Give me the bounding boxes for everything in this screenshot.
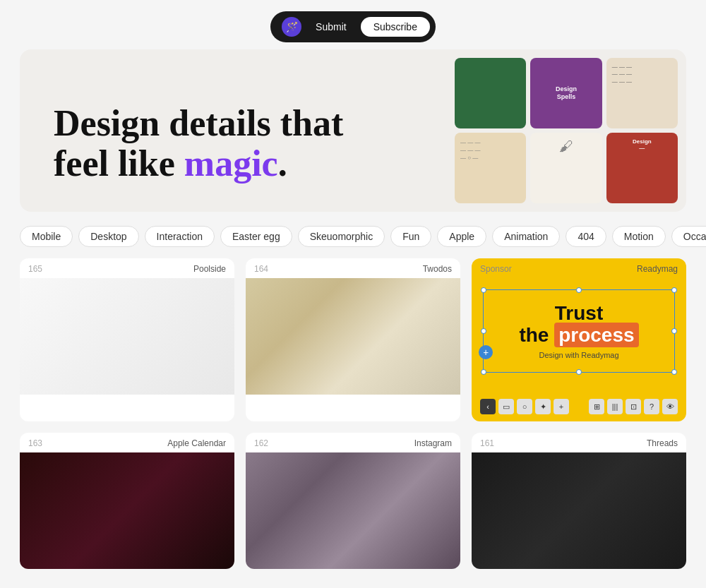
handle-rm[interactable] bbox=[671, 328, 677, 334]
card-num-161: 161 bbox=[480, 438, 494, 448]
card-num-164: 164 bbox=[254, 264, 268, 274]
thumb-apple-cal bbox=[20, 452, 234, 569]
hero-magic-word: magic bbox=[184, 143, 278, 184]
toolbar-cols[interactable]: ||| bbox=[607, 399, 623, 414]
thumb-poolside bbox=[20, 278, 234, 395]
handle-br[interactable] bbox=[671, 369, 677, 375]
book-beige: — — —— — —— — — bbox=[606, 58, 678, 128]
book-green bbox=[455, 58, 526, 128]
hero-book-images: DesignSpells — — —— — —— — — — — —— — ——… bbox=[446, 49, 686, 212]
filter-animation[interactable]: Animation bbox=[492, 226, 560, 247]
filter-motion[interactable]: Motion bbox=[612, 226, 666, 247]
card-meta-twodos: 164 Twodos bbox=[246, 258, 460, 278]
filter-mobile[interactable]: Mobile bbox=[20, 226, 73, 247]
sponsor-content: + Trustthe process Design with Readymag bbox=[472, 278, 686, 395]
filter-apple[interactable]: Apple bbox=[437, 226, 486, 247]
card-apple-calendar[interactable]: 163 Apple Calendar bbox=[20, 433, 234, 569]
sponsor-meta: Sponsor Readymag bbox=[472, 258, 686, 278]
handle-tr[interactable] bbox=[671, 287, 677, 293]
card-source-apple-cal: Apple Calendar bbox=[167, 438, 226, 448]
hero-title: Design details that feel like magic. bbox=[54, 103, 343, 184]
submit-button[interactable]: Submit bbox=[310, 18, 352, 35]
book-purple: DesignSpells bbox=[530, 58, 602, 128]
card-meta-threads: 161 Threads bbox=[472, 433, 686, 452]
card-num-165: 165 bbox=[28, 264, 42, 274]
sponsor-source: Readymag bbox=[637, 264, 678, 274]
book-red: Design— bbox=[606, 133, 678, 203]
toolbar-prev[interactable]: ‹ bbox=[480, 399, 496, 414]
hero-section: Design details that feel like magic. Des… bbox=[20, 49, 686, 212]
books-container: DesignSpells — — —— — —— — — — — —— — ——… bbox=[452, 55, 681, 206]
handle-bl[interactable] bbox=[481, 369, 486, 375]
card-twodos[interactable]: 164 Twodos bbox=[246, 258, 460, 421]
navigation: 🪄 Submit Subscribe bbox=[0, 0, 706, 49]
filter-desktop[interactable]: Desktop bbox=[78, 226, 138, 247]
filter-bar: Mobile Desktop Interaction Easter egg Sk… bbox=[0, 212, 706, 258]
handle-tm[interactable] bbox=[576, 287, 582, 293]
sponsor-headline: Trustthe process bbox=[495, 303, 663, 347]
subscribe-button[interactable]: Subscribe bbox=[361, 17, 430, 37]
toolbar-layout[interactable]: ⊡ bbox=[626, 399, 641, 414]
sponsor-toolbar: ‹ ▭ ○ ✦ + ⊞ ||| ⊡ ? 👁 bbox=[472, 395, 686, 421]
thumb-twodos bbox=[246, 278, 460, 395]
filter-occasion[interactable]: Occasion bbox=[671, 226, 706, 247]
card-source-twodos: Twodos bbox=[423, 264, 452, 274]
thumb-instagram bbox=[246, 452, 460, 569]
card-readymag[interactable]: Sponsor Readymag + Trustthe process Desi… bbox=[472, 258, 686, 421]
thumb-threads bbox=[472, 452, 686, 569]
handle-bm[interactable] bbox=[576, 369, 582, 375]
toolbar-circle[interactable]: ○ bbox=[517, 399, 532, 414]
filter-easter-egg[interactable]: Easter egg bbox=[220, 226, 292, 247]
card-meta-instagram: 162 Instagram bbox=[246, 433, 460, 452]
hero-text: Design details that feel like magic. bbox=[54, 103, 343, 184]
card-num-163: 163 bbox=[28, 438, 42, 448]
toolbar-grid[interactable]: ⊞ bbox=[589, 399, 604, 414]
card-source-instagram: Instagram bbox=[414, 438, 452, 448]
toolbar-help[interactable]: ? bbox=[644, 399, 659, 414]
card-threads[interactable]: 161 Threads bbox=[472, 433, 686, 569]
card-source-threads: Threads bbox=[647, 438, 678, 448]
card-source-poolside: Poolside bbox=[193, 264, 226, 274]
handle-tl[interactable] bbox=[481, 287, 486, 293]
sponsor-selection-box: Trustthe process Design with Readymag bbox=[483, 289, 675, 373]
card-meta-apple-cal: 163 Apple Calendar bbox=[20, 433, 234, 452]
logo-icon: 🪄 bbox=[286, 21, 298, 32]
toolbar-add[interactable]: + bbox=[554, 399, 569, 414]
cards-grid: 165 Poolside 164 Twodos Sponsor Readymag… bbox=[0, 258, 706, 588]
toolbar-star[interactable]: ✦ bbox=[535, 399, 551, 414]
handle-lm[interactable] bbox=[481, 328, 486, 334]
filter-404[interactable]: 404 bbox=[566, 226, 606, 247]
book-tan: — — —— — —— ○ — bbox=[455, 133, 526, 203]
toolbar-rect[interactable]: ▭ bbox=[498, 399, 514, 414]
toolbar-eye[interactable]: 👁 bbox=[662, 399, 678, 414]
card-instagram[interactable]: 162 Instagram bbox=[246, 433, 460, 569]
card-meta-poolside: 165 Poolside bbox=[20, 258, 234, 278]
filter-interaction[interactable]: Interaction bbox=[145, 226, 215, 247]
toolbar-right: ⊞ ||| ⊡ ? 👁 bbox=[589, 399, 678, 414]
filter-skeuomorphic[interactable]: Skeuomorphic bbox=[298, 226, 385, 247]
card-num-162: 162 bbox=[254, 438, 268, 448]
sponsor-sub: Design with Readymag bbox=[495, 351, 663, 359]
logo: 🪄 bbox=[282, 17, 301, 37]
book-cream: 🖌 bbox=[530, 133, 602, 203]
sponsor-label: Sponsor bbox=[480, 264, 512, 274]
nav-pill: 🪄 Submit Subscribe bbox=[270, 11, 436, 42]
card-poolside[interactable]: 165 Poolside bbox=[20, 258, 234, 421]
sponsor-highlight: process bbox=[554, 323, 638, 347]
filter-fun[interactable]: Fun bbox=[390, 226, 431, 247]
